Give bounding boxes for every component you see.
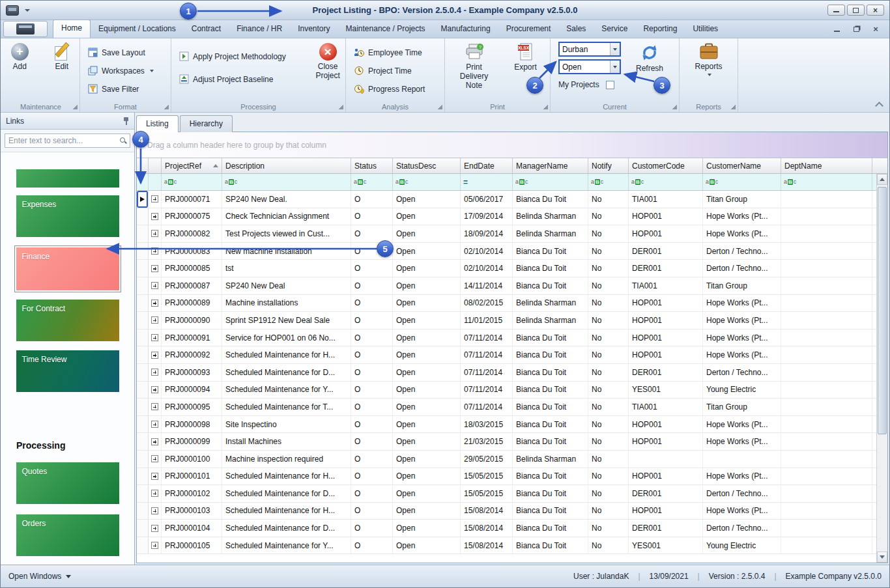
table-row[interactable]: PRJ0000092Scheduled Maintenance for H...…	[137, 346, 876, 364]
table-row[interactable]: PRJ0000083New machine installationOOpen0…	[137, 243, 876, 260]
row-expand-button[interactable]	[149, 277, 162, 294]
column-header-projectref[interactable]: ProjectRef	[162, 158, 222, 173]
export-button[interactable]: XLSX Export	[508, 42, 544, 90]
column-header-statusdesc[interactable]: StatusDesc	[393, 158, 461, 173]
ribbon-minimize-button[interactable]	[832, 25, 841, 33]
table-row[interactable]: PRJ0000095Scheduled Maintenance for T...…	[137, 399, 876, 416]
dialog-launcher-icon[interactable]	[338, 104, 343, 109]
apply-project-methodology-button[interactable]: Apply Project Methodology	[179, 49, 306, 63]
ribbon-tab-finance-hr[interactable]: Finance / HR	[229, 21, 290, 38]
scroll-down-button[interactable]	[877, 552, 887, 563]
search-input[interactable]	[5, 136, 119, 145]
table-row[interactable]: PRJ0000100Machine inspection requiredOOp…	[137, 451, 876, 468]
group-by-panel[interactable]: Drag a column header here to group by th…	[137, 132, 887, 158]
print-delivery-note-button[interactable]: ? Print Delivery Note	[452, 42, 497, 90]
ribbon-close-button[interactable]: ×	[871, 25, 880, 33]
ribbon-restore-button[interactable]	[852, 25, 861, 33]
row-expand-button[interactable]	[149, 416, 162, 433]
close-project-button[interactable]: Close Project	[310, 42, 345, 86]
add-button[interactable]: Add	[2, 42, 38, 72]
refresh-button[interactable]: Refresh	[631, 42, 668, 89]
my-projects-checkbox[interactable]	[606, 81, 614, 89]
column-header-customername[interactable]: CustomerName	[703, 158, 781, 173]
table-row[interactable]: PRJ0000075Check Technician AssignmentOOp…	[137, 208, 876, 226]
column-header-status[interactable]: Status	[351, 158, 393, 173]
row-expand-button[interactable]	[149, 520, 162, 537]
table-row[interactable]: PRJ0000102Scheduled Maintenance for D...…	[137, 485, 876, 503]
column-header-managername[interactable]: ManagerName	[513, 158, 588, 173]
row-expand-button[interactable]	[149, 451, 162, 468]
row-expand-button[interactable]	[149, 364, 162, 381]
filter-cell-customercode[interactable]: aBc	[629, 174, 703, 190]
row-expand-button[interactable]	[149, 468, 162, 485]
table-row[interactable]: PRJ0000103Scheduled Maintenance for H...…	[137, 503, 876, 520]
scrollbar-thumb[interactable]	[878, 187, 887, 434]
table-row[interactable]: PRJ0000104Scheduled Maintenance for D...…	[137, 520, 876, 537]
dialog-launcher-icon[interactable]	[72, 104, 78, 109]
table-row[interactable]: PRJ0000091Service for HOP001 on 06 No...…	[137, 329, 876, 347]
quick-access-caret-icon[interactable]	[25, 9, 30, 12]
ribbon-collapse-icon[interactable]	[876, 102, 883, 107]
row-expand-button[interactable]	[149, 346, 162, 363]
ribbon-tab-procurement[interactable]: Procurement	[498, 21, 559, 38]
ribbon-tab-utilities[interactable]: Utilities	[685, 21, 726, 38]
pin-icon[interactable]	[123, 117, 129, 125]
filter-cell-status[interactable]: aBc	[351, 174, 393, 190]
ribbon-tab-equipment-locations[interactable]: Equipment / Locations	[91, 21, 184, 38]
table-row[interactable]: PRJ0000089Machine installationsOOpen08/0…	[137, 295, 876, 313]
ribbon-tab-manufacturing[interactable]: Manufacturing	[433, 21, 498, 38]
ribbon-tab-contract[interactable]: Contract	[184, 21, 229, 38]
row-expand-button[interactable]	[149, 382, 162, 399]
site-selector[interactable]: Durban	[558, 42, 621, 57]
row-expand-button[interactable]	[149, 260, 162, 277]
row-expand-button[interactable]	[149, 399, 162, 415]
row-expand-button[interactable]	[149, 243, 162, 260]
column-header-customercode[interactable]: CustomerCode	[629, 158, 703, 173]
scroll-up-button[interactable]	[877, 174, 887, 185]
adjust-project-baseline-button[interactable]: Adjust Project Baseline	[179, 72, 306, 86]
table-row[interactable]: PRJ0000090Sprint SP1912 New Deal SaleOOp…	[137, 312, 876, 329]
row-expand-button[interactable]	[149, 295, 162, 312]
table-row[interactable]: PRJ0000071SP240 New Deal.OOpen05/06/2017…	[137, 191, 876, 208]
close-button[interactable]: ×	[867, 5, 884, 16]
progress-report-button[interactable]: Progress Report	[354, 82, 444, 96]
filter-cell-deptname[interactable]: aBc	[781, 174, 872, 190]
minimize-button[interactable]	[827, 5, 845, 16]
sidebar-block-for-contract[interactable]: For Contract	[16, 300, 119, 341]
sidebar-block-expenses[interactable]: Expenses	[16, 195, 119, 237]
column-header-notify[interactable]: Notify	[588, 158, 629, 173]
sidebar-block-time-review[interactable]: Time Review	[16, 350, 119, 392]
workspaces-button[interactable]: Workspaces	[88, 64, 171, 77]
maximize-button[interactable]	[847, 5, 865, 16]
filter-cell-projectref[interactable]: aBc	[162, 174, 222, 190]
table-row[interactable]: PRJ0000087SP240 New DealOOpen14/11/2014B…	[137, 277, 876, 295]
table-row[interactable]: PRJ0000101Scheduled Maintenance for H...…	[137, 468, 876, 486]
row-expand-button[interactable]	[149, 208, 162, 225]
sidebar-block-unlabeled[interactable]	[16, 169, 119, 188]
row-expand-button[interactable]	[149, 312, 162, 329]
table-row[interactable]: PRJ0000094Scheduled Maintenance for Y...…	[137, 382, 876, 399]
project-time-button[interactable]: Project Time	[354, 64, 444, 77]
dialog-launcher-icon[interactable]	[437, 104, 442, 109]
row-expand-button[interactable]	[149, 433, 162, 450]
ribbon-tab-reporting[interactable]: Reporting	[635, 21, 685, 38]
ribbon-tab-inventory[interactable]: Inventory	[290, 21, 337, 38]
my-projects-option[interactable]: My Projects	[558, 80, 621, 89]
column-header-deptname[interactable]: DeptName	[781, 158, 872, 173]
column-header-description[interactable]: Description	[222, 158, 351, 173]
dialog-launcher-icon[interactable]	[164, 104, 169, 109]
filter-cell-description[interactable]: aBc	[222, 174, 351, 190]
filter-cell-customername[interactable]: aBc	[703, 174, 781, 190]
dialog-launcher-icon[interactable]	[543, 104, 548, 109]
row-expand-button[interactable]	[149, 225, 162, 242]
open-windows-button[interactable]: Open Windows	[8, 572, 71, 581]
filter-cell-managername[interactable]: aBc	[513, 174, 588, 190]
filter-cell-statusdesc[interactable]: aBc	[393, 174, 461, 190]
row-expand-button[interactable]	[149, 191, 162, 208]
search-icon[interactable]	[119, 137, 127, 145]
sidebar-block-orders[interactable]: Orders	[16, 514, 119, 556]
table-row[interactable]: PRJ0000082Test Projects viewed in Cust..…	[137, 225, 876, 243]
sidebar-block-finance[interactable]: Finance	[16, 247, 119, 290]
employee-time-button[interactable]: Employee Time	[354, 46, 444, 59]
sidebar-search[interactable]	[5, 133, 130, 148]
